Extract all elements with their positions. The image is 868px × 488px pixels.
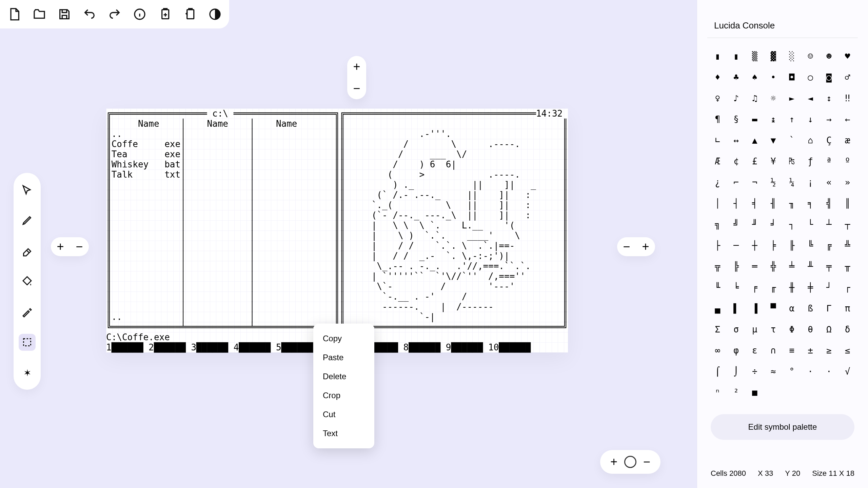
- col-increase-button[interactable]: +: [636, 237, 655, 256]
- symbol-cell[interactable]: →: [822, 111, 836, 127]
- star-tool-icon[interactable]: ✶: [19, 364, 36, 381]
- symbol-cell[interactable]: ╢: [766, 195, 780, 211]
- symbol-cell[interactable]: ↓: [804, 111, 817, 127]
- symbol-cell[interactable]: ≈: [766, 363, 780, 380]
- grid-reset-button[interactable]: [624, 456, 636, 468]
- symbol-cell[interactable]: ═: [748, 258, 762, 274]
- symbol-cell[interactable]: ¿: [711, 174, 725, 190]
- symbol-cell[interactable]: ⌠: [711, 363, 725, 380]
- symbol-cell[interactable]: ╥: [841, 258, 854, 274]
- contrast-icon[interactable]: [208, 7, 222, 22]
- symbol-cell[interactable]: ¶: [711, 111, 725, 127]
- symbol-cell[interactable]: ☻: [822, 48, 836, 64]
- menu-paste[interactable]: Paste: [313, 348, 374, 367]
- redo-icon[interactable]: [107, 7, 122, 22]
- symbol-cell[interactable]: ╞: [766, 237, 780, 253]
- undo-icon[interactable]: [82, 7, 97, 22]
- zoom-in-button[interactable]: +: [347, 56, 366, 78]
- save-icon[interactable]: [57, 7, 72, 22]
- symbol-cell[interactable]: ╣: [822, 195, 836, 211]
- symbol-cell[interactable]: ☺: [804, 48, 817, 64]
- open-folder-icon[interactable]: [32, 7, 47, 22]
- symbol-cell[interactable]: ┤: [729, 195, 743, 211]
- symbol-cell[interactable]: ○: [804, 69, 817, 85]
- symbol-cell[interactable]: ß: [804, 300, 817, 317]
- symbol-cell[interactable]: π: [841, 300, 854, 317]
- symbol-cell[interactable]: ▐: [748, 300, 762, 317]
- symbol-cell[interactable]: ►: [785, 90, 799, 106]
- info-icon[interactable]: [132, 7, 147, 22]
- symbol-cell[interactable]: ♣: [729, 69, 743, 85]
- symbol-cell[interactable]: ╧: [785, 258, 799, 274]
- symbol-cell[interactable]: σ: [729, 321, 743, 338]
- grid-shrink-button[interactable]: −: [643, 455, 650, 469]
- symbol-cell[interactable]: ╟: [785, 237, 799, 253]
- menu-copy[interactable]: Copy: [313, 329, 374, 348]
- symbol-cell[interactable]: ♠: [748, 69, 762, 85]
- symbol-cell[interactable]: ├: [711, 237, 725, 253]
- symbol-cell[interactable]: ♥: [841, 48, 854, 64]
- symbol-cell[interactable]: «: [822, 174, 836, 190]
- symbol-cell[interactable]: ┘: [822, 279, 836, 296]
- symbol-cell[interactable]: ▒: [748, 48, 762, 64]
- symbol-cell[interactable]: ⌐: [729, 174, 743, 190]
- symbol-cell[interactable]: ▼: [766, 132, 780, 148]
- fill-tool-icon[interactable]: [19, 273, 36, 290]
- symbol-cell[interactable]: »: [841, 174, 854, 190]
- ascii-canvas[interactable]: ╔══════════════════ c:\ ════════════════…: [106, 108, 568, 352]
- symbol-cell[interactable]: ▬: [748, 111, 762, 127]
- symbol-cell[interactable]: ≤: [841, 342, 854, 359]
- symbol-cell[interactable]: Σ: [711, 321, 725, 338]
- symbol-cell[interactable]: ╦: [711, 258, 725, 274]
- symbol-cell[interactable]: ▓: [766, 48, 780, 64]
- symbol-cell[interactable]: ε: [748, 342, 762, 359]
- symbol-cell[interactable]: └: [804, 216, 817, 232]
- symbol-cell[interactable]: ╓: [766, 279, 780, 296]
- symbol-cell[interactable]: ·: [804, 363, 817, 380]
- symbol-cell[interactable]: ¼: [785, 174, 799, 190]
- symbol-cell[interactable]: √: [841, 363, 854, 380]
- symbol-cell[interactable]: ┌: [841, 279, 854, 296]
- symbol-cell[interactable]: ☼: [766, 90, 780, 106]
- symbol-cell[interactable]: ♪: [729, 90, 743, 106]
- symbol-cell[interactable]: ┴: [822, 216, 836, 232]
- symbol-cell[interactable]: º: [841, 153, 854, 169]
- symbol-cell[interactable]: ╖: [785, 195, 799, 211]
- symbol-cell[interactable]: ·: [822, 363, 836, 380]
- symbol-cell[interactable]: Æ: [711, 153, 725, 169]
- symbol-cell[interactable]: ╘: [729, 279, 743, 296]
- symbol-cell[interactable]: δ: [841, 321, 854, 338]
- symbol-cell[interactable]: ─: [729, 237, 743, 253]
- edit-palette-button[interactable]: Edit symbol palette: [711, 414, 854, 440]
- symbol-cell[interactable]: ╬: [766, 258, 780, 274]
- brush-decrease-button[interactable]: −: [70, 237, 89, 256]
- symbol-cell[interactable]: Φ: [785, 321, 799, 338]
- symbol-cell[interactable]: ≥: [822, 342, 836, 359]
- symbol-cell[interactable]: ¥: [766, 153, 780, 169]
- symbol-cell[interactable]: ƒ: [804, 153, 817, 169]
- symbol-cell[interactable]: ┬: [841, 216, 854, 232]
- symbol-cell[interactable]: ▮: [711, 48, 725, 64]
- clipboard-copy-icon[interactable]: [157, 7, 172, 22]
- pencil-tool-icon[interactable]: [19, 212, 36, 229]
- symbol-cell[interactable]: æ: [841, 132, 854, 148]
- symbol-cell[interactable]: ╗: [711, 216, 725, 232]
- symbol-cell[interactable]: Ω: [822, 321, 836, 338]
- symbol-cell[interactable]: ⌂: [804, 132, 817, 148]
- symbol-cell[interactable]: ▌: [729, 300, 743, 317]
- symbol-cell[interactable]: ╠: [729, 258, 743, 274]
- symbol-cell[interactable]: ║: [841, 195, 854, 211]
- symbol-cell[interactable]: ∩: [766, 342, 780, 359]
- symbol-cell[interactable]: ╒: [748, 279, 762, 296]
- symbol-cell[interactable]: ¢: [729, 153, 743, 169]
- symbol-cell[interactable]: ◘: [785, 69, 799, 85]
- symbol-cell[interactable]: ½: [766, 174, 780, 190]
- col-decrease-button[interactable]: −: [617, 237, 636, 256]
- symbol-cell[interactable]: ⌡: [729, 363, 743, 380]
- symbol-cell[interactable]: Ç: [822, 132, 836, 148]
- symbol-cell[interactable]: ╩: [841, 237, 854, 253]
- symbol-cell[interactable]: ª: [822, 153, 836, 169]
- symbol-cell[interactable]: °: [785, 363, 799, 380]
- symbol-cell[interactable]: ∞: [711, 342, 725, 359]
- symbol-cell[interactable]: ╙: [711, 279, 725, 296]
